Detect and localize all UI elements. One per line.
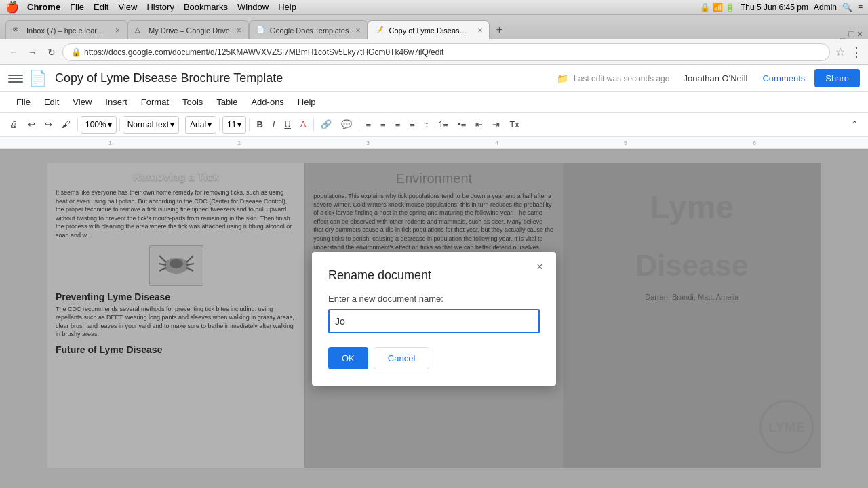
appmenu-edit[interactable]: Edit [39,94,64,110]
tab-favicon-inbox: ✉ [13,26,22,35]
tab-close-drive[interactable]: × [237,26,241,35]
tab-drive[interactable]: △ My Drive – Google Drive × [127,20,249,39]
tab-label-lyme: Copy of Lyme Disease Bro... [389,26,471,35]
appmenu-format[interactable]: Format [136,94,174,110]
divider4 [219,118,220,131]
reload-button[interactable]: ↻ [43,44,60,60]
toolbar-collapse-btn[interactable]: ⌃ [847,116,863,134]
tab-lyme[interactable]: 📝 Copy of Lyme Disease Bro... × [368,20,490,39]
doc-canvas: Removing a Tick It seems like everyone h… [0,149,868,488]
menubar-icons: 🔒 📶 🔋 [700,3,735,12]
indent-less-btn[interactable]: ⇤ [471,116,487,134]
forward-button[interactable]: → [24,44,41,60]
doc-title[interactable]: Copy of Lyme Disease Brochure Template [55,71,551,85]
divider5 [249,118,250,131]
tab-close-inbox[interactable]: × [115,26,120,35]
menubar-right: 🔒 📶 🔋 Thu 5 Jun 6:45 pm Admin 🔍 ≡ [700,3,863,12]
window-close[interactable]: × [857,28,863,39]
zoom-select[interactable]: 100% ▾ [81,116,117,134]
underline-btn[interactable]: U [280,116,294,134]
color-btn[interactable]: A [296,116,311,134]
mac-menubar: 🍎 Chrome File Edit View History Bookmark… [0,0,868,15]
menubar-history[interactable]: History [146,2,174,12]
menubar-help[interactable]: Help [278,2,296,12]
bulletlist-btn[interactable]: •≡ [454,116,470,134]
indent-more-btn[interactable]: ⇥ [488,116,504,134]
chrome-window: ✉ Inbox (7) – hpc.e.learning... × △ My D… [0,15,868,488]
docs-menu-icon[interactable] [8,71,23,86]
font-chevron: ▾ [208,120,212,129]
divider2 [119,118,120,131]
menubar-edit[interactable]: Edit [94,2,108,12]
doc-header: 📄 Copy of Lyme Disease Brochure Template… [0,65,868,92]
tab-label-inbox: Inbox (7) – hpc.e.learning... [26,26,108,35]
appmenu-help[interactable]: Help [292,94,321,110]
window-minimize[interactable]: ⎯ [840,28,846,39]
chrome-menu-icon[interactable]: ⋮ [850,45,863,60]
tab-close-templates[interactable]: × [355,26,360,35]
ruler: 1 2 3 4 5 6 7 8 9 [0,137,868,149]
align-left-btn[interactable]: ≡ [362,116,376,134]
window-maximize[interactable]: □ [848,28,854,39]
rename-input[interactable] [328,309,540,333]
menubar-view[interactable]: View [118,2,137,12]
linespacing-btn[interactable]: ↕ [420,116,433,134]
align-justify-btn[interactable]: ≡ [406,116,419,134]
appmenu-tools[interactable]: Tools [177,94,208,110]
back-button[interactable]: ← [5,44,22,60]
docs-logo: 📄 [28,70,47,87]
align-center-btn[interactable]: ≡ [376,116,390,134]
print-btn[interactable]: 🖨 [5,116,22,134]
format-bar: 🖨 ↩ ↪ 🖌 100% ▾ Normal text ▾ Arial ▾ 11 … [0,113,868,137]
share-button[interactable]: Share [814,69,860,87]
menubar-search-icon[interactable]: 🔍 [842,3,852,12]
menubar-chrome[interactable]: Chrome [27,2,60,12]
apple-menu[interactable]: 🍎 [5,1,19,14]
tab-favicon-drive: △ [135,26,144,35]
address-bar[interactable]: 🔒 https://docs.google.com/document/d/125… [62,43,830,61]
style-select[interactable]: Normal text ▾ [123,116,179,134]
bookmark-icon[interactable]: ☆ [835,45,845,58]
comment-btn[interactable]: 💬 [337,116,356,134]
paintformat-btn[interactable]: 🖌 [58,116,75,134]
size-value: 11 [227,120,236,129]
font-select[interactable]: Arial ▾ [185,116,216,134]
clear-format-btn[interactable]: Tx [505,116,523,134]
style-chevron: ▾ [170,120,174,129]
nav-bar: ← → ↻ 🔒 https://docs.google.com/document… [0,39,868,65]
size-chevron: ▾ [237,120,241,129]
tab-bar: ✉ Inbox (7) – hpc.e.learning... × △ My D… [0,15,868,39]
tab-close-lyme[interactable]: × [477,26,482,35]
divider6 [313,118,314,131]
tab-templates[interactable]: 📄 Google Docs Templates × [249,20,368,39]
ok-button[interactable]: OK [328,347,368,369]
italic-btn[interactable]: I [269,116,279,134]
appmenu-insert[interactable]: Insert [100,94,133,110]
menubar-bars-icon[interactable]: ≡ [858,3,863,12]
appmenu-view[interactable]: View [67,94,97,110]
menubar-bookmarks[interactable]: Bookmarks [184,2,228,12]
tab-favicon-lyme: 📝 [375,26,384,35]
doc-folder-icon[interactable]: 📁 [557,73,568,84]
modal-close-button[interactable]: × [532,259,548,275]
appmenu-file[interactable]: File [11,94,36,110]
bold-btn[interactable]: B [252,116,267,134]
redo-btn[interactable]: ↪ [41,116,56,134]
divider7 [359,118,359,131]
appmenu-table[interactable]: Table [211,94,243,110]
size-select[interactable]: 11 ▾ [222,116,246,134]
appmenu-addons[interactable]: Add-ons [245,94,289,110]
new-tab-button[interactable]: + [490,20,509,39]
align-right-btn[interactable]: ≡ [391,116,405,134]
zoom-value: 100% [85,120,106,129]
menubar-window[interactable]: Window [237,2,269,12]
cancel-button[interactable]: Cancel [374,347,429,369]
menubar-user: Admin [814,3,837,12]
link-btn[interactable]: 🔗 [317,116,336,134]
modal-title: Rename document [328,268,540,283]
numberedlist-btn[interactable]: 1≡ [434,116,452,134]
comments-button[interactable]: Comments [758,69,809,87]
undo-btn[interactable]: ↩ [24,116,39,134]
menubar-file[interactable]: File [70,2,84,12]
tab-inbox[interactable]: ✉ Inbox (7) – hpc.e.learning... × [5,20,127,39]
